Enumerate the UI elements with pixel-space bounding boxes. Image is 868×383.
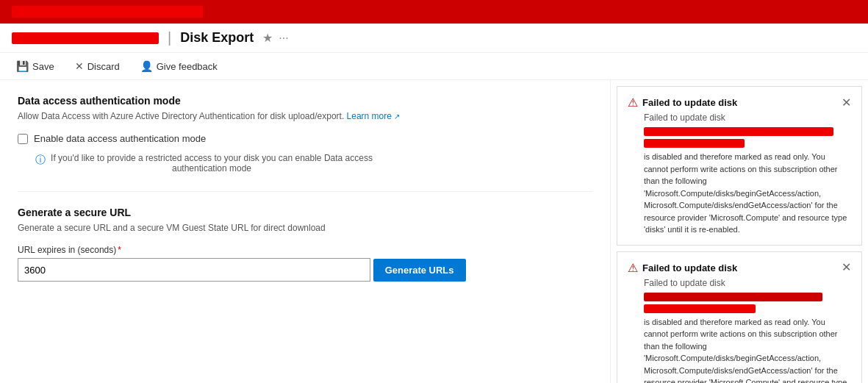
notif-header-2: ⚠ Failed to update disk ✕ (628, 261, 851, 275)
discard-label: Discard (87, 61, 120, 72)
info-text: If you'd like to provide a restricted ac… (50, 153, 373, 173)
notif-redacted-2a (644, 293, 822, 301)
auth-mode-checkbox[interactable] (18, 134, 28, 144)
data-access-section-title: Data access authentication mode (18, 95, 592, 107)
generate-url-description: Generate a secure URL and a secure VM Gu… (18, 223, 592, 233)
save-label: Save (32, 61, 54, 72)
generate-url-section-title: Generate a secure URL (18, 207, 592, 218)
more-options-icon[interactable]: ··· (279, 32, 288, 45)
left-panel: Data access authentication mode Allow Da… (0, 80, 611, 383)
notif-body-1: is disabled and therefore marked as read… (628, 151, 851, 236)
save-button[interactable]: 💾 Save (12, 57, 59, 75)
notification-card: ⚠ Failed to update disk ✕ Failed to upda… (617, 86, 862, 246)
feedback-label: Give feedback (157, 61, 218, 72)
title-bar: | Disk Export ★ ··· (0, 24, 868, 53)
notif-close-1[interactable]: ✕ (842, 97, 851, 109)
notification-card-2: ⚠ Failed to update disk ✕ Failed to upda… (617, 251, 862, 384)
toolbar: 💾 Save ✕ Discard 👤 Give feedback (0, 53, 868, 80)
info-icon: ⓘ (35, 154, 46, 167)
title-separator: | (168, 29, 171, 46)
error-icon-1: ⚠ (628, 96, 638, 110)
notif-redacted-1a (644, 127, 833, 136)
main-layout: Data access authentication mode Allow Da… (0, 80, 868, 383)
notif-redacted-2b (644, 304, 756, 313)
notif-redacted-1b (644, 139, 745, 148)
discard-button[interactable]: ✕ Discard (71, 57, 124, 75)
notif-subtitle-2: Failed to update disk (628, 278, 851, 288)
top-header-bar (0, 0, 868, 24)
info-row: ⓘ If you'd like to provide a restricted … (18, 153, 592, 173)
learn-more-link[interactable]: Learn more ↗ (347, 111, 401, 121)
notif-body-2: is disabled and therefore marked as read… (628, 316, 851, 384)
feedback-button[interactable]: 👤 Give feedback (136, 57, 222, 75)
external-link-icon: ↗ (394, 112, 400, 121)
error-icon-2: ⚠ (628, 261, 638, 275)
favorite-star-icon[interactable]: ★ (262, 31, 273, 45)
notif-subtitle-1: Failed to update disk (628, 112, 851, 123)
discard-icon: ✕ (75, 60, 84, 72)
notif-title-2: Failed to update disk (642, 262, 837, 273)
save-icon: 💾 (16, 60, 29, 72)
data-access-description: Allow Data Access with Azure Active Dire… (18, 111, 592, 121)
notif-header-1: ⚠ Failed to update disk ✕ (628, 96, 851, 110)
header-redacted (12, 6, 203, 18)
auth-mode-label: Enable data access authentication mode (34, 133, 206, 144)
notif-close-2[interactable]: ✕ (842, 262, 851, 273)
url-expires-label: URL expires in (seconds)* (18, 245, 592, 255)
generate-urls-button[interactable]: Generate URLs (373, 259, 466, 282)
page-title: Disk Export (180, 30, 254, 46)
breadcrumb-redacted (12, 32, 159, 44)
feedback-icon: 👤 (140, 60, 153, 72)
notifications-panel: ⚠ Failed to update disk ✕ Failed to upda… (611, 80, 868, 383)
url-expires-input[interactable] (18, 258, 370, 282)
section-divider (18, 191, 592, 192)
notif-title-1: Failed to update disk (642, 97, 837, 108)
auth-mode-checkbox-row: Enable data access authentication mode (18, 133, 592, 144)
required-indicator: * (118, 245, 121, 255)
